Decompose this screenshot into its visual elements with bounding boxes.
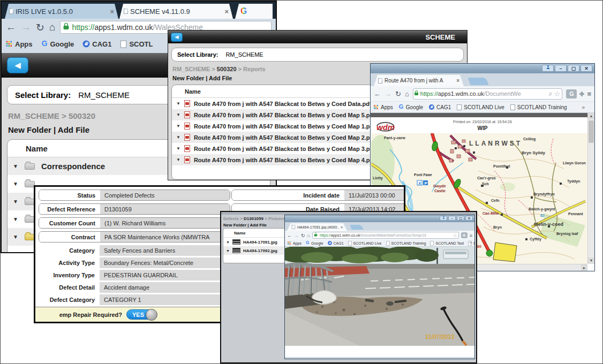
browser-tab-google[interactable]: G	[235, 4, 273, 19]
vertical-scrollbar[interactable]: ▲ ▼	[587, 113, 594, 264]
expand-caret-icon[interactable]: ▼	[176, 157, 180, 162]
expand-caret-icon[interactable]: ▼	[176, 135, 180, 140]
bookmark-star-icon[interactable]: ☆	[554, 90, 561, 98]
bookmark-item[interactable]: SCOTL	[121, 40, 153, 48]
minimize-button[interactable]: –	[448, 216, 456, 221]
bookmark-item[interactable]: SCOTLAND Live	[457, 104, 504, 110]
bookmark-item[interactable]: CAG1	[84, 40, 111, 48]
scroll-down-icon[interactable]: ▼	[588, 257, 594, 264]
menu-icon[interactable]: ≡	[470, 233, 472, 238]
window-titlebar[interactable]: – ▢ ✕	[285, 215, 474, 222]
menu-icon[interactable]: ≡	[587, 90, 591, 98]
close-tab-icon[interactable]: ×	[341, 225, 343, 229]
field-value[interactable]: PEDESTRIAN GUARDRAIL	[100, 270, 230, 280]
profile-button[interactable]	[542, 65, 554, 72]
breadcrumb-root[interactable]: RM_SCHEME >	[172, 66, 217, 72]
bookmark-item[interactable]: Apps	[7, 40, 33, 48]
address-bar[interactable]: https://apps1.wdm.co.uk/DocumentWe ⌕ ☆	[413, 88, 563, 100]
breadcrumb-current[interactable]: D1301059	[244, 216, 263, 221]
app-back-button[interactable]: ◀	[7, 57, 28, 73]
close-tab-icon[interactable]: ×	[110, 7, 114, 16]
bookmarks-overflow-icon[interactable]: »	[470, 240, 472, 245]
field-value[interactable]: (1) W. Richard Williams	[100, 218, 230, 228]
home-icon[interactable]: ⌂	[405, 90, 409, 98]
expand-caret-icon[interactable]: ▼	[176, 101, 180, 106]
select-library-box[interactable]: Select Library: RM_SCHEME	[171, 48, 464, 62]
bookmark-item[interactable]: SCOTLAND Training	[386, 240, 426, 246]
bookmark-star-icon[interactable]: ☆	[453, 233, 457, 238]
bookmark-item[interactable]: Apps	[287, 241, 302, 246]
url-path: /DocumentWeb/SiteForms/DocTemp/19	[360, 233, 426, 237]
minimize-button[interactable]: –	[555, 65, 567, 72]
profile-button[interactable]	[440, 216, 447, 221]
field-value[interactable]: Boundary Fences: Metal/Concrete	[100, 257, 230, 268]
scroll-up-icon[interactable]: ▲	[588, 113, 594, 119]
expand-caret-icon[interactable]: ▼	[176, 124, 180, 128]
reload-icon[interactable]: ↻	[395, 90, 401, 98]
bookmark-item[interactable]: SCOTLAND Live	[348, 240, 382, 246]
field-value[interactable]: D1301059	[100, 204, 230, 214]
address-bar[interactable]: https://apps1.wdm.co.uk/DocumentWeb/Site…	[312, 232, 459, 239]
bookmark-label: SCOTLAND Live	[353, 241, 382, 245]
bookmark-item[interactable]: Google	[42, 40, 74, 48]
bookmark-item[interactable]: CAG1	[327, 240, 344, 246]
map-place-label: Poentfeel	[493, 164, 510, 168]
file-name: HA494-17092.jpg	[243, 248, 277, 253]
expand-caret-icon[interactable]: ▼	[13, 163, 18, 169]
breadcrumb-root[interactable]: Defects >	[223, 216, 244, 221]
bookmark-item[interactable]: Apps	[374, 104, 393, 110]
expand-caret-icon[interactable]: ▼	[226, 240, 230, 244]
forward-icon[interactable]: →	[294, 233, 299, 238]
home-icon[interactable]: ⌂	[307, 233, 310, 238]
browser-tab[interactable]: Route A470 from j with A ×	[374, 75, 464, 86]
reload-icon[interactable]: ↻	[36, 21, 44, 34]
new-tab-button[interactable]	[468, 78, 488, 85]
field-value[interactable]: PA SOR Maintenance Works (NMWTRA	[100, 232, 230, 242]
window-titlebar[interactable]: – ▢ ✕	[371, 64, 594, 73]
g-extension-button[interactable]: G	[461, 232, 468, 238]
browser-tab[interactable]: SCHEME v4.11.0.9 ×	[119, 4, 233, 19]
scrollbar-thumb[interactable]	[589, 120, 594, 143]
expand-caret-icon[interactable]: ▼	[176, 112, 180, 117]
toggle-knob[interactable]	[146, 309, 157, 321]
bookmark-item[interactable]: SCOTLAND Training	[510, 104, 567, 110]
field-value[interactable]: Safety Fences and Barriers	[100, 245, 230, 256]
home-icon[interactable]: ⌂	[49, 21, 55, 33]
field-value[interactable]: CATEGORY 1	[100, 294, 230, 305]
bookmark-item[interactable]: Google	[305, 240, 323, 246]
close-button[interactable]: ✕	[465, 216, 473, 221]
expand-caret-icon[interactable]: ▼	[226, 249, 230, 253]
maximize-button[interactable]: ▢	[568, 65, 579, 72]
expand-caret-icon[interactable]: ▼	[176, 146, 180, 151]
back-icon[interactable]: ←	[287, 233, 292, 238]
new-tab-button[interactable]	[350, 225, 363, 230]
back-icon[interactable]: ←	[374, 90, 381, 98]
extensions-icon[interactable]	[581, 93, 583, 95]
bookmark-item[interactable]: CAG1	[429, 104, 451, 110]
window-title: SCHEME	[183, 33, 467, 41]
repair-required-toggle[interactable]: YES	[126, 309, 156, 320]
scheme-titlebar[interactable]: ◀ SCHEME	[168, 31, 467, 43]
field-value[interactable]: Accident damage	[100, 282, 230, 293]
field-value[interactable]: 11/Jul/2013 00:00	[344, 190, 405, 200]
zoom-icon[interactable]: ⌕	[548, 89, 552, 98]
bookmark-item[interactable]: Google	[399, 104, 423, 110]
app-back-button[interactable]: ◀	[171, 33, 183, 42]
scroll-right-icon[interactable]: ►	[581, 264, 587, 271]
bookmarks-overflow-icon[interactable]: »	[582, 104, 585, 110]
back-icon[interactable]: ←	[6, 21, 16, 33]
close-button[interactable]: ✕	[581, 65, 592, 72]
map-place-label: Bwlch-y-gwynt	[529, 207, 555, 211]
close-tab-icon[interactable]: ×	[456, 78, 459, 84]
bookmark-item[interactable]: SCOTLAND Test	[429, 240, 464, 246]
breadcrumb-current[interactable]: 500320	[217, 66, 237, 72]
forward-icon[interactable]: →	[21, 21, 31, 33]
g-extension-button[interactable]: G	[566, 89, 577, 98]
field-value[interactable]: Completed Defects	[100, 190, 230, 200]
maximize-button[interactable]: ▢	[457, 216, 464, 221]
browser-tab[interactable]: HA494-17091.jpg (4000… ×	[287, 223, 347, 231]
browser-tab[interactable]: IRIS LIVE v1.0.5.0 ×	[5, 4, 118, 19]
forward-icon[interactable]: →	[385, 90, 391, 98]
reload-icon[interactable]: ↻	[301, 233, 305, 238]
close-tab-icon[interactable]: ×	[224, 7, 229, 16]
